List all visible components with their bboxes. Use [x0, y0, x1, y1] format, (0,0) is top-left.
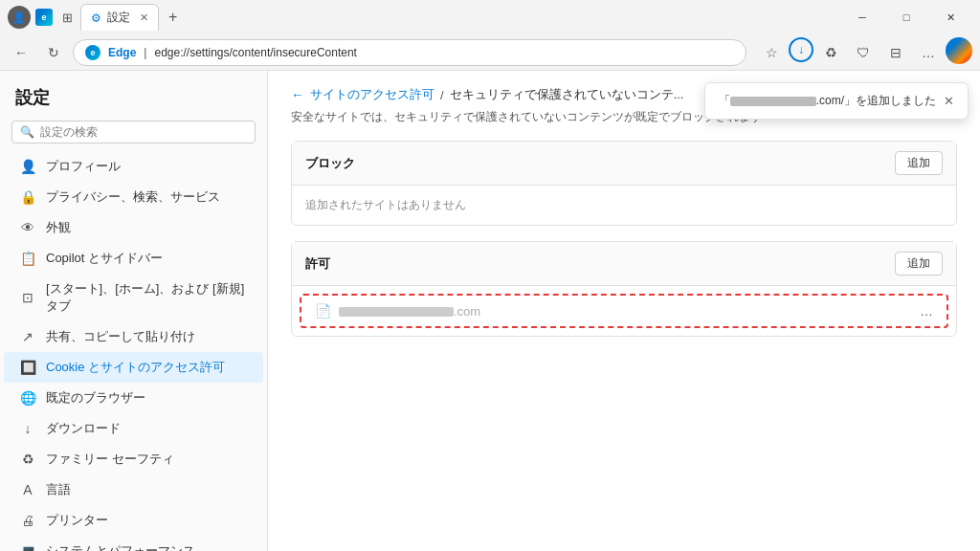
- appearance-icon: 👁: [19, 220, 36, 235]
- allow-add-button[interactable]: 追加: [895, 252, 943, 276]
- site-menu-button[interactable]: …: [920, 303, 933, 319]
- content-area: 「.com/」を追加しました ✕ ← サイトのアクセス許可 / セキュリティで保…: [268, 71, 980, 551]
- sidebar-item-profile[interactable]: 👤 プロフィール: [4, 151, 263, 182]
- site-file-icon: 📄: [315, 303, 331, 319]
- allow-section: 許可 追加 📄 .com …: [291, 241, 957, 337]
- sidebar-item-copilot[interactable]: 📋 Copilot とサイドバー: [4, 243, 263, 274]
- settings-tab[interactable]: ⚙ 設定 ✕: [80, 4, 159, 31]
- sidebar-item-language[interactable]: A 言語: [4, 474, 263, 505]
- block-add-button[interactable]: 追加: [895, 151, 943, 175]
- sidebar-item-label: 言語: [46, 481, 71, 498]
- toast-notification: 「.com/」を追加しました ✕: [704, 82, 969, 120]
- sidebar-item-start[interactable]: ⊡ [スタート]、[ホーム]、および [新規] タブ: [4, 274, 263, 321]
- refresh-button[interactable]: ↻: [40, 39, 67, 66]
- titlebar: 👤 e ⊞ ⚙ 設定 ✕ + ─ □ ✕: [0, 0, 980, 34]
- main-layout: 設定 🔍 👤 プロフィール 🔒 プライバシー、検索、サービス 👁 外観 📋 Co…: [0, 71, 980, 551]
- tab-close-button[interactable]: ✕: [140, 11, 148, 24]
- breadcrumb-parent-link[interactable]: サイトのアクセス許可: [310, 86, 434, 103]
- toast-domain-blur: [730, 97, 816, 106]
- sidebar-item-default-browser[interactable]: 🌐 既定のブラウザー: [4, 383, 263, 413]
- sidebar-title: 設定: [0, 71, 267, 117]
- sidebar-item-appearance[interactable]: 👁 外観: [4, 212, 263, 243]
- block-section-header: ブロック 追加: [292, 142, 956, 186]
- tabs-icon[interactable]: ⊞: [57, 8, 77, 27]
- download-button[interactable]: ↓: [789, 37, 813, 62]
- maximize-button[interactable]: □: [884, 0, 928, 34]
- block-section: ブロック 追加 追加されたサイトはありません: [291, 141, 957, 226]
- sidebar-item-label: プリンター: [46, 512, 108, 529]
- breadcrumb-current: セキュリティで保護されていないコンテ...: [450, 86, 684, 103]
- site-url: .com: [339, 304, 912, 319]
- browser-essentials-button[interactable]: 🛡: [848, 37, 879, 68]
- search-icon: 🔍: [20, 125, 34, 139]
- block-section-title: ブロック: [305, 155, 355, 172]
- edge-toolbar-logo[interactable]: [946, 37, 972, 64]
- sidebar-item-label: Copilot とサイドバー: [46, 250, 163, 267]
- profile-icon[interactable]: 👤: [8, 6, 31, 29]
- printer-icon: 🖨: [19, 513, 36, 528]
- start-icon: ⊡: [19, 290, 36, 305]
- address-brand: Edge: [108, 46, 136, 59]
- sidebar-item-label: Cookie とサイトのアクセス許可: [46, 359, 225, 376]
- sidebar-item-system[interactable]: 💻 システムとパフォーマンス: [4, 536, 263, 551]
- browser-icon: 🌐: [19, 390, 36, 406]
- system-icon: 💻: [19, 543, 36, 551]
- split-screen-button[interactable]: ⊟: [880, 37, 911, 68]
- tab-settings-icon: ⚙: [91, 11, 101, 25]
- tab-label: 設定: [107, 10, 130, 26]
- sidebar-item-label: 外観: [46, 219, 71, 236]
- collections-button[interactable]: ♻: [815, 37, 846, 68]
- family-icon: ♻: [19, 452, 36, 467]
- minimize-button[interactable]: ─: [840, 0, 884, 34]
- profile-icon: 👤: [19, 159, 36, 174]
- share-icon: ↗: [19, 329, 36, 344]
- sidebar-item-label: プロフィール: [46, 158, 121, 175]
- toolbar-icons: ☆ ↓ ♻ 🛡 ⊟ …: [756, 37, 972, 68]
- sidebar-search[interactable]: 🔍: [11, 121, 256, 143]
- language-icon: A: [19, 482, 36, 497]
- toast-text: 「.com/」を追加しました: [719, 93, 936, 109]
- sidebar-item-label: 共有、コピーして貼り付け: [46, 328, 195, 345]
- sidebar-item-label: 既定のブラウザー: [46, 389, 145, 407]
- back-button[interactable]: ←: [8, 39, 34, 66]
- address-separator: |: [144, 46, 146, 59]
- more-button[interactable]: …: [913, 37, 944, 68]
- site-url-blur: [339, 307, 454, 317]
- copilot-icon: 📋: [19, 251, 36, 266]
- breadcrumb-separator: /: [440, 88, 444, 102]
- sidebar-item-label: [スタート]、[ホーム]、および [新規] タブ: [46, 280, 248, 315]
- window-controls: ─ □ ✕: [840, 0, 972, 34]
- new-tab-button[interactable]: +: [161, 4, 185, 31]
- address-url: edge://settings/content/insecureContent: [154, 46, 356, 59]
- addressbar: ← ↻ e Edge | edge://settings/content/ins…: [0, 34, 980, 71]
- sidebar: 設定 🔍 👤 プロフィール 🔒 プライバシー、検索、サービス 👁 外観 📋 Co…: [0, 71, 268, 551]
- edge-icon: e: [34, 8, 54, 27]
- breadcrumb-back-button[interactable]: ←: [291, 87, 304, 102]
- edge-logo: e: [85, 45, 100, 60]
- sidebar-item-downloads[interactable]: ↓ ダウンロード: [4, 413, 263, 444]
- allow-section-title: 許可: [305, 255, 330, 273]
- allow-section-header: 許可 追加: [292, 242, 956, 286]
- tab-bar: ⚙ 設定 ✕ +: [80, 4, 836, 31]
- search-input[interactable]: [40, 125, 247, 139]
- sidebar-item-printer[interactable]: 🖨 プリンター: [4, 505, 263, 536]
- sidebar-item-privacy[interactable]: 🔒 プライバシー、検索、サービス: [4, 182, 263, 212]
- toast-close-button[interactable]: ✕: [944, 94, 954, 108]
- favorite-button[interactable]: ☆: [756, 37, 787, 68]
- close-button[interactable]: ✕: [928, 0, 972, 34]
- block-section-empty: 追加されたサイトはありません: [292, 186, 956, 225]
- address-field[interactable]: e Edge | edge://settings/content/insecur…: [73, 39, 746, 66]
- sidebar-item-label: プライバシー、検索、サービス: [46, 188, 220, 206]
- sidebar-item-label: システムとパフォーマンス: [46, 542, 195, 551]
- sidebar-item-family[interactable]: ♻ ファミリー セーフティ: [4, 444, 263, 474]
- cookies-icon: 🔲: [19, 360, 36, 375]
- sidebar-item-label: ファミリー セーフティ: [46, 451, 174, 468]
- sidebar-item-cookies[interactable]: 🔲 Cookie とサイトのアクセス許可: [4, 352, 263, 383]
- sidebar-item-label: ダウンロード: [46, 420, 121, 437]
- allowed-site-item[interactable]: 📄 .com …: [300, 294, 948, 328]
- privacy-icon: 🔒: [19, 189, 36, 205]
- sidebar-item-share[interactable]: ↗ 共有、コピーして貼り付け: [4, 321, 263, 352]
- download-icon: ↓: [19, 421, 36, 436]
